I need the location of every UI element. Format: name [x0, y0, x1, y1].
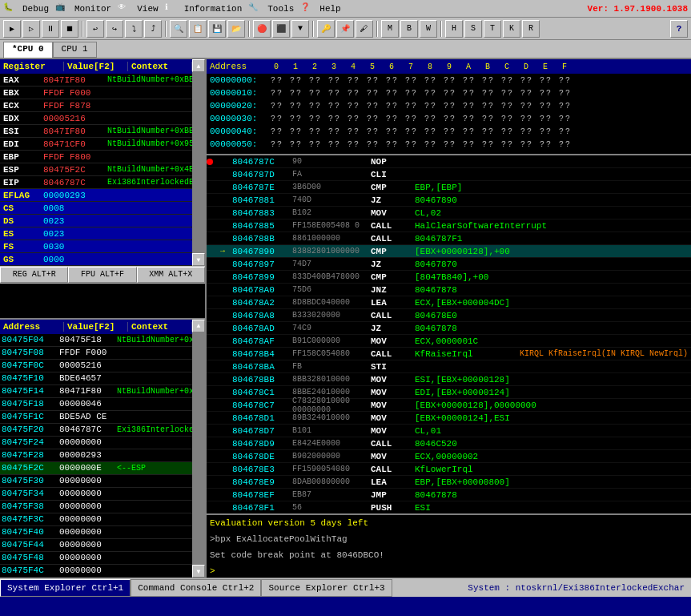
- disasm-row[interactable]: 80467881 740D JZ 80467890: [207, 194, 691, 207]
- registers-scroll-up[interactable]: ▲: [192, 59, 205, 72]
- toolbar-btn-20[interactable]: B: [400, 20, 418, 38]
- bottom-tab-1[interactable]: Command Console Ctrl+2: [131, 579, 261, 597]
- toolbar-btn-12[interactable]: 📂: [227, 20, 245, 38]
- stack-row[interactable]: 80475F18 00000046: [0, 398, 192, 411]
- stack-row[interactable]: 80475F2C 0000000E <--ESP: [0, 462, 192, 475]
- disasm-row[interactable]: 804678C7 C78328010000 00000000 MOV [EBX+…: [207, 399, 691, 412]
- disasm-row[interactable]: 804678A0 75D6 JNZ 80467878: [207, 284, 691, 296]
- registers-scroll-track[interactable]: [192, 72, 205, 253]
- stack-row[interactable]: 80475F34 00000000: [0, 488, 192, 501]
- reg-row[interactable]: EBX FFDF F000: [0, 87, 192, 99]
- disasm-row[interactable]: 804678A2 8D8BDC040000 LEA ECX,[EBX+00000…: [207, 296, 691, 309]
- toolbar-btn-6[interactable]: ↪: [106, 20, 123, 38]
- reg-row[interactable]: GS 0000: [0, 253, 192, 266]
- toolbar-btn-15[interactable]: ▼: [291, 20, 309, 38]
- disasm-row[interactable]: 804678A8 B333020000 CALL 804678E0: [207, 309, 691, 322]
- toolbar-btn-25[interactable]: K: [503, 20, 520, 38]
- toolbar-btn-26[interactable]: R: [522, 20, 540, 38]
- stack-row[interactable]: 80475F3C 00000000: [0, 513, 192, 526]
- toolbar-btn-23[interactable]: S: [464, 20, 482, 38]
- toolbar-btn-22[interactable]: H: [445, 20, 463, 38]
- reg-row[interactable]: ECX FFDF F878: [0, 99, 192, 112]
- registers-scroll-down[interactable]: ▼: [192, 253, 205, 266]
- reg-btn-xmm[interactable]: XMM ALT+X: [137, 267, 205, 283]
- disasm-row[interactable]: 804678D9 E8424E0000 CALL 8046C520: [207, 437, 691, 450]
- disasm-row[interactable]: 804678E3 FF1590054080 CALL KfLowerIrql: [207, 463, 691, 476]
- stack-row[interactable]: 80475F48 00000000: [0, 552, 192, 565]
- toolbar-btn-17[interactable]: 📌: [336, 20, 354, 38]
- stack-row[interactable]: 80475F50 00000000: [0, 578, 192, 578]
- disasm-row[interactable]: 804678AD 74C9 JZ 80467878: [207, 322, 691, 335]
- toolbar-btn-13[interactable]: 🔴: [253, 20, 271, 38]
- disasm-row[interactable]: 804678BB 8BB328010000 MOV ESI,[EBX+00000…: [207, 373, 691, 386]
- reg-row[interactable]: ESI 8047IF80 NtBuildNumber+0xBE4: [0, 125, 192, 138]
- stack-row[interactable]: 80475F20 8046787C Exi386InterlockedEx: [0, 424, 192, 437]
- disasm-row[interactable]: 804678BA FB STI: [207, 360, 691, 373]
- stack-scroll-track[interactable]: [192, 332, 205, 566]
- menu-information[interactable]: Information: [179, 2, 247, 15]
- reg-row[interactable]: ES 0023: [0, 227, 192, 240]
- stack-row[interactable]: 80475F0C 00005216: [0, 360, 192, 372]
- toolbar-btn-14[interactable]: ⬛: [272, 20, 290, 38]
- toolbar-btn-11[interactable]: 💾: [208, 20, 226, 38]
- reg-row[interactable]: ESP 80475F2C NtBuildNumber+0x4B9: [0, 163, 192, 176]
- stack-row[interactable]: 80475F38 00000000: [0, 501, 192, 513]
- disasm-row[interactable]: 804678B4 FF158C054080 CALL KfRaiseIrql K…: [207, 348, 691, 360]
- menu-view[interactable]: View: [132, 2, 163, 15]
- menu-debug[interactable]: Debug: [18, 2, 54, 15]
- reg-row[interactable]: DS 0023: [0, 215, 192, 227]
- disasm-row[interactable]: 80467885 FF158E005408 0 CALL HalClearSof…: [207, 219, 691, 232]
- stack-row[interactable]: 80475F4C 00000000: [0, 565, 192, 578]
- disasm-row[interactable]: 804678DE B902000000 MOV ECX,00000002: [207, 450, 691, 463]
- toolbar-btn-8[interactable]: ⤴: [144, 20, 162, 38]
- toolbar-btn-10[interactable]: 📋: [189, 20, 207, 38]
- stack-row[interactable]: 80475F10 BDE64657: [0, 372, 192, 385]
- bottom-tab-0[interactable]: System Explorer Ctrl+1: [0, 579, 131, 597]
- toolbar-btn-2[interactable]: ▷: [22, 20, 40, 38]
- toolbar-btn-16[interactable]: 🔑: [317, 20, 335, 38]
- console-prompt[interactable]: >: [207, 563, 691, 578]
- toolbar-btn-21[interactable]: W: [420, 20, 437, 38]
- stack-row[interactable]: 80475F14 80471F80 NtBuildNumber+0xBE4: [0, 385, 192, 398]
- disasm-row[interactable]: 80467899 833D400B478000 CMP [8047B840],+…: [207, 271, 691, 284]
- reg-row[interactable]: EFLAG 00000293: [0, 189, 192, 202]
- stack-row[interactable]: 80475F40 00000000: [0, 526, 192, 539]
- registers-scrollbar[interactable]: ▲ ▼: [192, 59, 205, 266]
- bottom-tab-2[interactable]: Source Explorer Ctrl+3: [261, 579, 392, 597]
- toolbar-btn-18[interactable]: 🖋: [356, 20, 373, 38]
- disasm-row[interactable]: 804678AF B91C000000 MOV ECX,0000001C: [207, 335, 691, 348]
- reg-row[interactable]: EAX 8047IF80 NtBuildNumber+0xBE4: [0, 74, 192, 87]
- reg-row[interactable]: CS 0008: [0, 202, 192, 215]
- stack-scrollbar[interactable]: ▲ ▼: [192, 320, 205, 578]
- disasm-row[interactable]: 804678F1 56 PUSH ESI: [207, 501, 691, 513]
- stack-row[interactable]: 80475F04 80475F18 NtBuildNumber+0x4B7: [0, 334, 192, 347]
- disasm-row[interactable]: 8046787D FA CLI: [207, 168, 691, 181]
- reg-row[interactable]: EBP FFDF F800: [0, 151, 192, 163]
- disasm-row[interactable]: 8046788B 8861000000 CALL 8046787F1: [207, 232, 691, 245]
- disasm-row[interactable]: 80467897 74D7 JZ 80467870: [207, 258, 691, 271]
- toolbar-btn-24[interactable]: T: [484, 20, 501, 38]
- stack-row[interactable]: 80475F44 00000000: [0, 539, 192, 552]
- cpu-tab-1[interactable]: CPU 1: [53, 42, 97, 58]
- reg-row[interactable]: EDI 80471CF0 NtBuildNumber+0x954: [0, 138, 192, 151]
- disasm-row[interactable]: 8046787C 90 NOP: [207, 155, 691, 168]
- toolbar-btn-1[interactable]: ▶: [3, 20, 21, 38]
- reg-row[interactable]: EDX 00005216: [0, 112, 192, 125]
- reg-btn-reg[interactable]: REG ALT+R: [0, 267, 68, 283]
- stack-row[interactable]: 80475F28 00000293: [0, 449, 192, 462]
- cpu-tab-0[interactable]: *CPU 0: [3, 42, 53, 58]
- reg-btn-fpu[interactable]: FPU ALT+F: [68, 267, 136, 283]
- disasm-row[interactable]: 804678D7 B101 MOV CL,01: [207, 425, 691, 437]
- stack-row[interactable]: 80475F24 00000000: [0, 437, 192, 449]
- toolbar-btn-5[interactable]: ↩: [86, 20, 104, 38]
- menu-monitor[interactable]: Monitor: [70, 2, 116, 15]
- menu-tools[interactable]: Tools: [263, 2, 299, 15]
- disasm-row[interactable]: 804678D1 89B324010000 MOV [EBX+00000124]…: [207, 412, 691, 425]
- disasm-row[interactable]: 8046787E 3B6D00 CMP EBP,[EBP]: [207, 181, 691, 194]
- disasm-row[interactable]: 804678EF EB87 JMP 80467878: [207, 489, 691, 501]
- toolbar-btn-9[interactable]: 🔍: [170, 20, 187, 38]
- disasm-row[interactable]: 80467883 B102 MOV CL,02: [207, 207, 691, 219]
- stack-scroll-down[interactable]: ▼: [192, 565, 205, 578]
- toolbar-btn-7[interactable]: ⤵: [125, 20, 143, 38]
- reg-row[interactable]: EIP 8046787C Exi386InterlockedEx: [0, 176, 192, 189]
